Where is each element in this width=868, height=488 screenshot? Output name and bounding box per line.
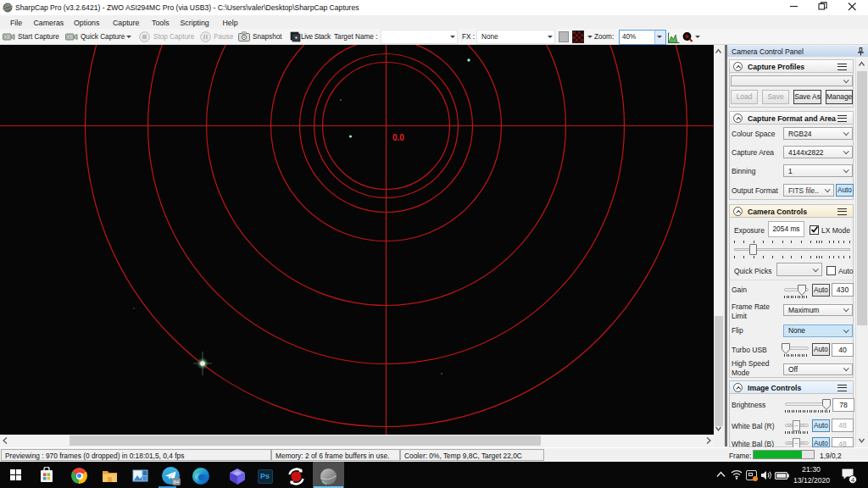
svg-text:0.0: 0.0 [392, 133, 404, 142]
